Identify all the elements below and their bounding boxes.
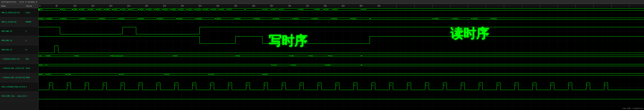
svg-text:601: 601 (310, 55, 313, 57)
signal-name: b2kend_dat_out[15:0] (0, 77, 25, 79)
signal-value: 0 (25, 95, 36, 97)
svg-text:X2: X2 (444, 84, 446, 86)
svg-text:0342: 0342 (292, 64, 296, 66)
menu-configuration[interactable]: Configuration (1, 1, 16, 3)
svg-text:950: 950 (378, 5, 381, 7)
svg-text:FFFF: FFFF (280, 9, 284, 10)
svg-text:900: 900 (360, 5, 363, 7)
svg-text:X3: X3 (86, 84, 87, 86)
svg-text:1E5A: 1E5A (188, 9, 192, 10)
svg-text:100: 100 (74, 5, 77, 7)
signal-value: 0001 (25, 77, 36, 79)
svg-text:X2: X2 (551, 84, 553, 86)
svg-text:F5B5: F5B5 (148, 9, 152, 10)
svg-text:6211: 6211 (62, 9, 66, 10)
svg-text:00004: 00004 (294, 18, 299, 20)
svg-text:E1B7: E1B7 (325, 9, 329, 10)
svg-text:X3: X3 (193, 84, 195, 86)
signal-value: 0342 (25, 67, 36, 69)
svg-text:X1: X1 (587, 84, 589, 86)
svg-text:6655: 6655 (67, 74, 71, 75)
svg-text:0001: 0001 (39, 74, 43, 75)
svg-text:002(implied): 002(implied) (112, 55, 124, 57)
svg-text:750: 750 (306, 5, 309, 7)
signal-name: HC32_SMC_Top...nwe_cnt[1:0] (0, 95, 25, 97)
svg-text:001: 001 (76, 55, 79, 57)
signal-rows: ARM_D_InOut[15:0]2211ARM_A_In[18:0]00000… (0, 8, 38, 101)
svg-text:6FDC: 6FDC (90, 9, 94, 10)
svg-text:X2: X2 (390, 84, 392, 86)
signal-name: ARM_A_In[18:0] (0, 21, 25, 23)
signal-value: 1 (25, 86, 36, 88)
signal-value: 2211 (25, 12, 36, 14)
svg-text:00004: 00004 (236, 18, 241, 20)
svg-text:X1: X1 (50, 84, 52, 86)
svg-text:4214: 4214 (273, 64, 277, 66)
svg-text:00000: 00000 (48, 18, 52, 20)
signal-panel: Name Value ARM_D_InOut[15:0]2211ARM_A_In… (0, 4, 38, 110)
svg-text:50B5: 50B5 (172, 9, 176, 10)
svg-text:F5B5: F5B5 (212, 9, 216, 10)
svg-text:X1: X1 (533, 84, 535, 86)
svg-text:550: 550 (234, 5, 238, 7)
svg-text:X1: X1 (157, 84, 159, 86)
svg-text:X1: X1 (426, 84, 428, 86)
svg-text:X2: X2 (229, 84, 230, 86)
waveform-area[interactable]: 0 50 100 150 200 250 300 350 400 450 (38, 4, 644, 110)
signal-value: 1 (25, 40, 36, 42)
svg-text:50: 50 (56, 5, 58, 7)
svg-text:FFFF: FFFF (228, 9, 232, 10)
signal-row: data_change/exmc_write_l1 (0, 82, 38, 92)
signal-value: 1 (25, 30, 36, 32)
svg-text:650: 650 (270, 5, 273, 7)
menu-core[interactable]: core 0 window 0 (19, 1, 37, 3)
svg-text:00005: 00005 (197, 18, 202, 20)
svg-text:003: 003 (174, 55, 178, 57)
svg-text:850: 850 (342, 5, 345, 7)
svg-text:0001: 0001 (264, 74, 268, 75)
svg-text:400: 400 (181, 5, 184, 7)
svg-text:6211: 6211 (48, 74, 52, 75)
svg-text:C01: C01 (330, 55, 332, 57)
main-content: Name Value ARM_D_InOut[15:0]2211ARM_A_In… (0, 4, 644, 110)
svg-text:X2: X2 (175, 84, 177, 86)
signal-row: ARM_NWE_In1 (0, 27, 38, 36)
signal-value: D01 (25, 58, 36, 60)
signal-row: ARM_A_In[18:0]00000 (0, 17, 38, 27)
svg-text:FFFF: FFFF (39, 9, 43, 10)
svg-text:X3: X3 (139, 84, 141, 86)
svg-text:00D02: 00D02 (454, 18, 458, 20)
svg-text:6655: 6655 (98, 9, 102, 10)
svg-text:E1B7: E1B7 (180, 9, 184, 10)
signal-name: b2kend_dat_in[15:0] (0, 67, 25, 69)
svg-text:X1: X1 (211, 84, 213, 86)
signal-row: ARM_D_InOut[15:0]2211 (0, 8, 38, 17)
value-col-header: Value (25, 5, 33, 7)
svg-text:X1: X1 (264, 84, 266, 86)
svg-text:00006: 00006 (332, 18, 337, 20)
svg-text:50B5: 50B5 (316, 9, 320, 10)
svg-text:450: 450 (198, 5, 202, 7)
signal-row: b2kend_dat_in[15:0]0342 (0, 64, 38, 73)
svg-text:600: 600 (252, 5, 255, 7)
signal-row: b2kend_dat_out[15:0]0001 (0, 73, 38, 82)
signal-name: b2kend_ad[11:0] (0, 58, 25, 60)
svg-text:0342: 0342 (272, 9, 276, 10)
svg-text:6FDC: 6FDC (220, 9, 224, 10)
signal-row: b2kend_ad[11:0]D01 (0, 55, 38, 64)
svg-text:150: 150 (91, 5, 94, 7)
signal-name: ARM_NCE_In (0, 49, 25, 51)
signal-value: 0 (25, 49, 36, 51)
svg-text:X3: X3 (462, 84, 463, 86)
signal-row: HC32_SMC_Top...nwe_cnt[1:0]0 (0, 92, 38, 101)
svg-text:0001: 0001 (300, 9, 304, 10)
svg-text:500: 500 (216, 5, 220, 7)
svg-text:00005: 00005 (313, 18, 318, 20)
svg-text:300: 300 (145, 5, 148, 7)
svg-text:9344: 9344 (166, 74, 170, 75)
signal-name: ARM_NWE_In (0, 30, 25, 32)
menu-bar: Configuration core 0 window 0 (0, 0, 644, 4)
svg-text:00005: 00005 (255, 18, 260, 20)
svg-text:6677: 6677 (130, 9, 134, 10)
svg-text:00D01: 00D01 (434, 18, 439, 20)
